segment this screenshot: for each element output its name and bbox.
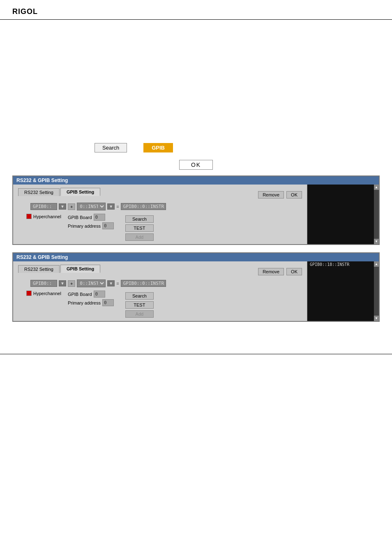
remove-button-1[interactable]: Remove (258, 191, 284, 199)
dialog-title-bar-2: RS232 & GPIB Setting (13, 253, 379, 261)
gpib-board-row-1: GPIB Board (68, 214, 114, 221)
scroll-up-1[interactable]: ▲ (374, 185, 379, 190)
dialog-body-2: RS232 Setting GPIB Setting Remove OK GPI… (13, 261, 379, 321)
list-item-2-0[interactable]: GPIB0::18::INSTR (307, 261, 379, 268)
footer (0, 354, 392, 358)
gpib-board-row-2: GPIB Board (68, 291, 114, 298)
gpib-inline-button[interactable]: GPIB (143, 143, 173, 152)
hyper-row-1: Hyperchannel GPIB Board Primary address (26, 214, 302, 241)
gpib-dropdown-arrow-2[interactable]: ▼ (59, 280, 66, 286)
plus-button-1[interactable]: + (68, 203, 75, 210)
dialog-body-1: RS232 Setting GPIB Setting Remove OK GPI… (13, 185, 379, 244)
add-button-1[interactable]: Add (125, 233, 154, 241)
search-button-2[interactable]: Search (125, 292, 154, 300)
hyperchannel-label-2[interactable]: Hyperchannel (26, 291, 61, 296)
primary-address-input-1[interactable] (102, 222, 114, 229)
plus-button-2[interactable]: + (68, 280, 75, 287)
list-pane-2: GPIB0::18::INSTR ▲ ▼ (307, 261, 379, 321)
add-button-2[interactable]: Add (125, 310, 154, 318)
search-inline-button[interactable]: Search (95, 143, 127, 152)
scroll-down-1[interactable]: ▼ (374, 239, 379, 244)
instr-dropdown-arrow-2[interactable]: ▼ (107, 280, 115, 286)
test-button-1[interactable]: TEST (125, 224, 154, 232)
gpib-config-2: GPIB Board Primary address (68, 291, 114, 306)
tabs-row-1: RS232 Setting GPIB Setting (18, 188, 101, 196)
list-pane-1: ▲ ▼ (307, 185, 379, 244)
tab-rs232-2[interactable]: RS232 Setting (18, 265, 60, 273)
tabs-row-2: RS232 Setting GPIB Setting (18, 265, 101, 273)
scrollbar-2: ▲ ▼ (374, 261, 379, 321)
gpib-config-1: GPIB Board Primary address (68, 214, 114, 229)
result-value-2: GPIB0::0::INSTR (121, 280, 166, 287)
scrollbar-1: ▲ ▼ (374, 185, 379, 244)
ok-main-button[interactable]: OK (179, 160, 213, 170)
dialog-left-2: RS232 Setting GPIB Setting Remove OK GPI… (13, 261, 307, 321)
instr-dropdown-arrow-1[interactable]: ▼ (107, 203, 115, 210)
logo: RIGOL (12, 7, 38, 16)
equals-1: = (116, 204, 119, 209)
ok-button-dialog1[interactable]: OK (286, 191, 302, 199)
gpib-board-input-2[interactable] (94, 291, 105, 298)
action-buttons-2: Search TEST Add (125, 292, 154, 318)
gpib-dropdown-arrow-1[interactable]: ▼ (59, 203, 66, 210)
main-content: Search GPIB OK RS232 & GPIB Setting RS23… (0, 20, 392, 337)
instr-dropdown-1[interactable]: 0::INSTR (77, 203, 106, 210)
dialog-right-2: GPIB0::18::INSTR ▲ ▼ (307, 261, 379, 321)
tab-gpib-2[interactable]: GPIB Setting (60, 265, 100, 273)
gpib-board-input-1[interactable] (94, 214, 105, 221)
dialog-left-1: RS232 Setting GPIB Setting Remove OK GPI… (13, 185, 307, 244)
test-button-2[interactable]: TEST (125, 301, 154, 309)
instr-dropdown-2[interactable]: 0::INSTR (77, 279, 106, 287)
equals-2: = (116, 281, 119, 286)
hyperchannel-checkbox-2[interactable] (26, 291, 32, 296)
tab-rs232-1[interactable]: RS232 Setting (18, 188, 60, 196)
action-buttons-1: Search TEST Add (125, 215, 154, 241)
primary-address-input-2[interactable] (102, 299, 114, 306)
tab-gpib-1[interactable]: GPIB Setting (60, 188, 100, 196)
primary-address-row-2: Primary address (68, 299, 114, 306)
primary-address-row-1: Primary address (68, 222, 114, 229)
result-value-1: GPIB0::0::INSTR (121, 203, 166, 210)
gpib-prefix-2: GPIB0:: (30, 280, 57, 287)
hyper-row-2: Hyperchannel GPIB Board Primary address (26, 291, 302, 318)
ok-button-row: OK (12, 160, 380, 170)
scroll-up-2[interactable]: ▲ (374, 261, 379, 267)
ok-button-dialog2[interactable]: OK (286, 268, 302, 275)
dialog-title-bar-1: RS232 & GPIB Setting (13, 176, 379, 185)
dialog-right-1: ▲ ▼ (307, 185, 379, 244)
header: RIGOL (0, 0, 392, 20)
dialog-panel-2: RS232 & GPIB Setting RS232 Setting GPIB … (12, 252, 380, 322)
controls-row-2: GPIB0:: ▼ + 0::INSTR ▼ = GPIB0::0::INSTR (30, 279, 302, 287)
remove-button-2[interactable]: Remove (258, 268, 284, 275)
dialog-panel-1: RS232 & GPIB Setting RS232 Setting GPIB … (12, 175, 380, 245)
controls-row-1: GPIB0:: ▼ + 0::INSTR ▼ = GPIB0::0::INSTR (30, 203, 302, 210)
inline-buttons-row: Search GPIB (95, 143, 380, 152)
hyperchannel-checkbox-1[interactable] (26, 214, 32, 219)
gpib-prefix-1: GPIB0:: (30, 203, 57, 210)
search-button-1[interactable]: Search (125, 215, 154, 223)
scroll-down-2[interactable]: ▼ (374, 316, 379, 321)
hyperchannel-label-1[interactable]: Hyperchannel (26, 214, 61, 219)
